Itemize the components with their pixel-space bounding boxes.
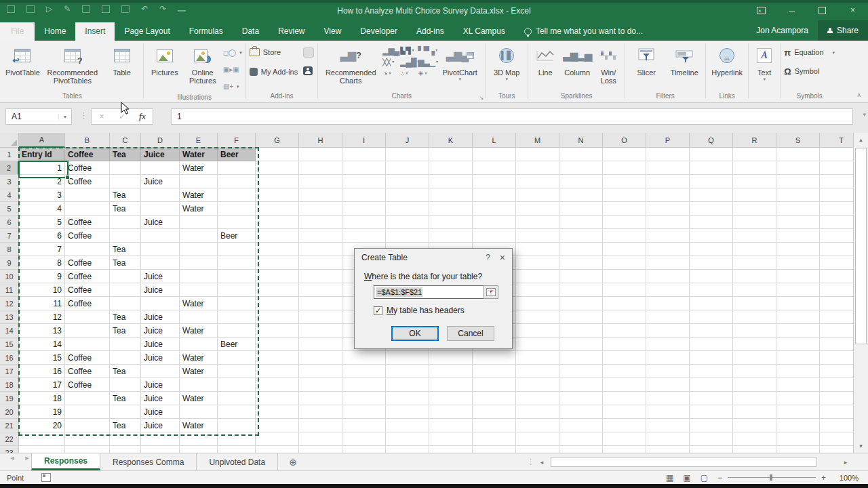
cell-E14[interactable]: Water: [180, 324, 218, 338]
cell-G12[interactable]: [256, 297, 299, 310]
column-header-F[interactable]: F: [218, 133, 256, 148]
cell-S10[interactable]: [776, 270, 820, 283]
cell-B8[interactable]: [65, 243, 110, 256]
cell-T3[interactable]: [820, 175, 853, 188]
cell-H11[interactable]: [299, 283, 342, 297]
cell-H9[interactable]: [299, 256, 342, 270]
cell-C13[interactable]: Tea: [110, 310, 141, 324]
column-header-M[interactable]: M: [516, 133, 559, 148]
cell-Q9[interactable]: [690, 256, 733, 270]
column-header-S[interactable]: S: [776, 133, 820, 148]
cell-B6[interactable]: Coffee: [65, 216, 110, 229]
cell-N13[interactable]: [559, 310, 603, 324]
cell-O5[interactable]: [603, 202, 646, 216]
row-header-11[interactable]: 11: [0, 283, 19, 297]
cell-H3[interactable]: [299, 175, 342, 188]
cell-S12[interactable]: [776, 297, 820, 310]
row-header-10[interactable]: 10: [0, 270, 19, 283]
cell-M1[interactable]: [516, 148, 559, 161]
cell-I5[interactable]: [342, 202, 386, 216]
cell-E21[interactable]: Water: [180, 419, 218, 432]
cell-A19[interactable]: 18: [19, 392, 65, 405]
zoom-slider[interactable]: − +: [717, 473, 826, 483]
cell-Q1[interactable]: [690, 148, 733, 161]
row-header-19[interactable]: 19: [0, 392, 19, 405]
row-header-17[interactable]: 17: [0, 365, 19, 378]
cell-S15[interactable]: [776, 338, 820, 351]
cell-N14[interactable]: [559, 324, 603, 338]
cell-J21[interactable]: [386, 419, 429, 432]
cell-L6[interactable]: [473, 216, 516, 229]
cell-O10[interactable]: [603, 270, 646, 283]
cell-O2[interactable]: [603, 161, 646, 175]
cell-F21[interactable]: [218, 419, 256, 432]
cell-A14[interactable]: 13: [19, 324, 65, 338]
cell-L17[interactable]: [473, 365, 516, 378]
vertical-scrollbar[interactable]: ▴ ▾: [853, 133, 868, 453]
cell-M13[interactable]: [516, 310, 559, 324]
cell-K16[interactable]: [429, 351, 473, 365]
cell-F10[interactable]: [218, 270, 256, 283]
insert-scatter-chart-button[interactable]: ╳╳▾: [382, 56, 400, 68]
cell-R8[interactable]: [733, 243, 776, 256]
cell-T9[interactable]: [820, 256, 853, 270]
cell-P3[interactable]: [646, 175, 690, 188]
page-layout-view-icon[interactable]: ▣: [683, 473, 690, 483]
share-button[interactable]: Share: [818, 20, 868, 41]
cell-T23[interactable]: [820, 446, 853, 453]
cell-O22[interactable]: [603, 432, 646, 446]
dialog-help-icon[interactable]: ?: [476, 253, 500, 262]
insert-stock-chart-button[interactable]: ▆▃▁▾: [418, 56, 435, 68]
cell-J19[interactable]: [386, 392, 429, 405]
cell-O13[interactable]: [603, 310, 646, 324]
cell-O11[interactable]: [603, 283, 646, 297]
cell-L16[interactable]: [473, 351, 516, 365]
cell-B15[interactable]: [65, 338, 110, 351]
cell-F9[interactable]: [218, 256, 256, 270]
cell-K22[interactable]: [429, 432, 473, 446]
cell-O9[interactable]: [603, 256, 646, 270]
cell-I20[interactable]: [342, 405, 386, 419]
cell-B17[interactable]: Coffee: [65, 365, 110, 378]
cell-P12[interactable]: [646, 297, 690, 310]
cell-C9[interactable]: Tea: [110, 256, 141, 270]
cell-O3[interactable]: [603, 175, 646, 188]
cell-O16[interactable]: [603, 351, 646, 365]
cell-S22[interactable]: [776, 432, 820, 446]
cell-Q16[interactable]: [690, 351, 733, 365]
cell-N23[interactable]: [559, 446, 603, 453]
sheet-tab-responses[interactable]: Responses: [31, 453, 100, 470]
cell-E19[interactable]: Water: [180, 392, 218, 405]
cell-T18[interactable]: [820, 378, 853, 392]
cell-I7[interactable]: [342, 229, 386, 243]
new-sheet-button[interactable]: ⊕: [278, 453, 308, 470]
cell-A1[interactable]: Entry Id: [19, 148, 65, 161]
ribbon-tab-insert[interactable]: Insert: [75, 22, 115, 41]
cell-I23[interactable]: [342, 446, 386, 453]
cell-E8[interactable]: [180, 243, 218, 256]
cell-L21[interactable]: [473, 419, 516, 432]
row-header-9[interactable]: 9: [0, 256, 19, 270]
cell-R6[interactable]: [733, 216, 776, 229]
slicer-button[interactable]: Slicer: [627, 43, 665, 77]
cell-M15[interactable]: [516, 338, 559, 351]
cell-H21[interactable]: [299, 419, 342, 432]
cell-B4[interactable]: [65, 188, 110, 202]
cell-B1[interactable]: Coffee: [65, 148, 110, 161]
cell-F11[interactable]: [218, 283, 256, 297]
cell-R16[interactable]: [733, 351, 776, 365]
column-header-L[interactable]: L: [473, 133, 516, 148]
cell-T2[interactable]: [820, 161, 853, 175]
cell-O14[interactable]: [603, 324, 646, 338]
cell-B11[interactable]: Coffee: [65, 283, 110, 297]
cell-M8[interactable]: [516, 243, 559, 256]
cell-G14[interactable]: [256, 324, 299, 338]
ribbon-tab-data[interactable]: Data: [233, 22, 269, 41]
screenshot-button[interactable]: ▤+▾: [223, 79, 242, 93]
cell-D15[interactable]: Juice: [141, 338, 180, 351]
cell-C21[interactable]: Tea: [110, 419, 141, 432]
cell-K5[interactable]: [429, 202, 473, 216]
cell-S7[interactable]: [776, 229, 820, 243]
row-header-6[interactable]: 6: [0, 216, 19, 229]
cell-E13[interactable]: [180, 310, 218, 324]
